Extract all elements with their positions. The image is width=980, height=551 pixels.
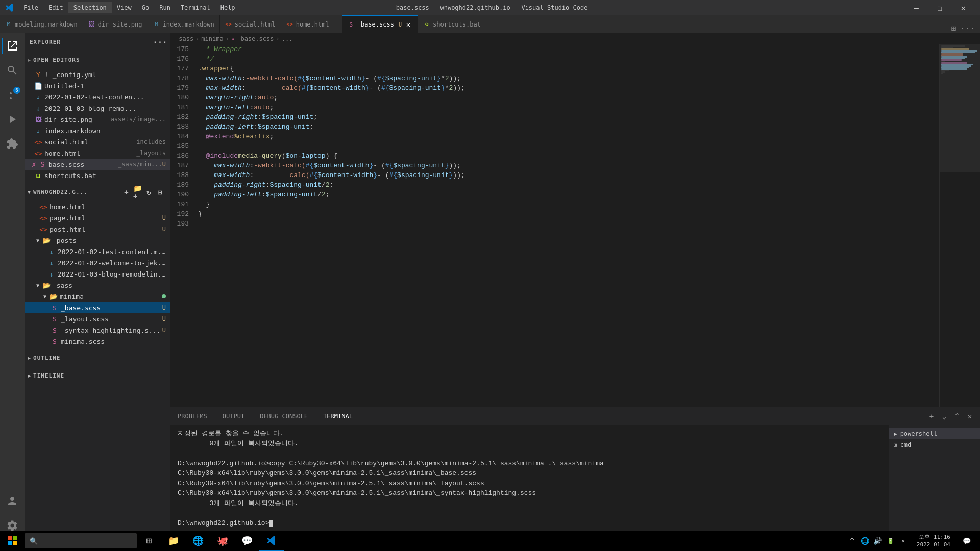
- start-button[interactable]: [0, 531, 24, 551]
- panel-cmd[interactable]: ⊞ cmd: [889, 439, 980, 450]
- activity-bar: 6: [0, 33, 24, 540]
- folder-sass[interactable]: ▼ 📂 _sass: [24, 280, 170, 291]
- panel-tab-output[interactable]: OUTPUT: [215, 408, 252, 425]
- panel-powershell[interactable]: ▶ powershell: [889, 428, 980, 439]
- taskbar-kakao[interactable]: 💬: [235, 531, 259, 551]
- tab-base-scss[interactable]: S _base.scss U ✕: [342, 15, 418, 33]
- workspace-header[interactable]: ▼ WNWOGHD22.G... + 📁+ ↻ ⊟: [24, 183, 170, 201]
- more-actions-button[interactable]: ···: [960, 23, 975, 33]
- breadcrumb-sass[interactable]: _sass: [175, 35, 193, 42]
- file-test-content[interactable]: ↓ 2022-01-02-test-content.m...: [24, 246, 170, 257]
- tab-modeling[interactable]: M modeling.markdown: [0, 15, 83, 33]
- taskbar-explorer[interactable]: 📁: [161, 531, 186, 551]
- open-editor-dir-site-label: dir_site.png: [44, 116, 108, 123]
- folder-sass-arrow: ▼: [34, 283, 42, 288]
- extensions-activity[interactable]: [2, 134, 22, 154]
- outline-label: OUTLINE: [33, 355, 60, 361]
- file-minima-scss[interactable]: S minima.scss: [24, 336, 170, 347]
- open-editor-index-label: index.markdown: [44, 127, 166, 135]
- menu-help[interactable]: Help: [215, 2, 240, 13]
- menu-edit[interactable]: Edit: [43, 2, 68, 13]
- explorer-header[interactable]: EXPLORER ···: [24, 33, 170, 51]
- open-editor-home[interactable]: <> home.html _layouts: [24, 147, 170, 159]
- menu-run[interactable]: Run: [154, 2, 176, 13]
- file-post-html[interactable]: <> post.html U: [24, 223, 170, 235]
- menu-go[interactable]: Go: [137, 2, 154, 13]
- menu-view[interactable]: View: [112, 2, 137, 13]
- breadcrumb-more[interactable]: ...: [282, 35, 293, 42]
- tray-unknown1[interactable]: ✕: [898, 536, 909, 546]
- taskbar-search[interactable]: 🔍: [24, 533, 137, 548]
- breadcrumb-minima[interactable]: minima: [201, 35, 223, 42]
- open-editor-dir-site[interactable]: 🖼 dir_site.png assets/image...: [24, 114, 170, 125]
- tray-battery[interactable]: 🔋: [886, 536, 896, 546]
- refresh-button[interactable]: ↻: [144, 188, 154, 197]
- breadcrumb-base-scss[interactable]: _base.scss: [237, 35, 274, 42]
- system-clock[interactable]: 오후 11:16 2022-01-04: [913, 533, 954, 549]
- file-blog-remodeling[interactable]: ↓ 2022-01-03-blog-remodelin...: [24, 268, 170, 280]
- tray-volume[interactable]: 🔊: [873, 536, 883, 546]
- terminal-content[interactable]: 지정된 경로를 찾을 수 없습니다. 0개 파일이 복사되었습니다. D:\wn…: [170, 425, 888, 540]
- open-editor-untitled[interactable]: 📄 Untitled-1: [24, 80, 170, 91]
- menu-file[interactable]: File: [18, 2, 43, 13]
- file-syntax-highlighting[interactable]: S _syntax-highlighting.s... U: [24, 324, 170, 336]
- split-editor-button[interactable]: ⊞: [951, 23, 956, 33]
- panel-maximize[interactable]: ^: [952, 411, 962, 421]
- tab-dir-site[interactable]: 🖼 dir_site.png: [83, 15, 148, 33]
- panel-new-terminal[interactable]: +: [926, 411, 937, 421]
- file-page-html[interactable]: <> page.html U: [24, 212, 170, 223]
- tray-network[interactable]: 🌐: [860, 536, 870, 546]
- close-button[interactable]: ✕: [951, 0, 975, 15]
- tab-shortcuts[interactable]: ⚙ shortcuts.bat: [418, 15, 486, 33]
- tab-index[interactable]: M index.markdown: [148, 15, 220, 33]
- folder-minima[interactable]: ▼ 📂 minima: [24, 291, 170, 302]
- menu-terminal[interactable]: Terminal: [176, 2, 215, 13]
- open-editor-base-scss[interactable]: ✗ S _base.scss _sass/min... U: [24, 159, 170, 170]
- code-line-187: max-width: -webkit-calc(#{$content-width…: [198, 161, 939, 170]
- tab-social[interactable]: <> social.html: [220, 15, 281, 33]
- open-editor-shortcuts[interactable]: ⊞ shortcuts.bat: [24, 170, 170, 181]
- panel-split[interactable]: ⌄: [939, 411, 949, 421]
- file-welcome[interactable]: ↓ 2022-01-02-welcome-to-jek...: [24, 257, 170, 268]
- open-editor-2022-01-02[interactable]: ↓ 2022-01-02-test-conten...: [24, 91, 170, 103]
- new-file-button[interactable]: +: [122, 188, 131, 197]
- tray-up-arrow[interactable]: ^: [847, 536, 857, 546]
- tab-home[interactable]: <> home.html: [281, 15, 342, 33]
- code-content-area[interactable]: * Wrapper */ .wrapper { max-width: -webk…: [193, 44, 939, 407]
- taskbar-github[interactable]: 🐙: [210, 531, 235, 551]
- taskbar-vscode[interactable]: [259, 531, 284, 551]
- panel-tab-terminal[interactable]: TERMINAL: [315, 408, 360, 425]
- minimize-button[interactable]: —: [904, 0, 928, 15]
- more-explorer-button[interactable]: ···: [156, 38, 165, 47]
- explorer-activity[interactable]: [2, 36, 22, 56]
- file-base-scss[interactable]: S _base.scss U: [24, 302, 170, 313]
- search-activity[interactable]: [2, 60, 22, 81]
- open-editor-config[interactable]: Y ! _config.yml: [24, 69, 170, 80]
- open-editors-header[interactable]: ▶ OPEN EDITORS: [24, 51, 170, 69]
- folder-posts[interactable]: ▼ 📂 _posts: [24, 235, 170, 246]
- open-editor-2022-01-03[interactable]: ↓ 2022-01-03-blog-remo...: [24, 103, 170, 114]
- open-editor-index[interactable]: ↓ index.markdown: [24, 125, 170, 136]
- code-area[interactable]: 175 176 177 178 179 180 181 182 183 184 …: [170, 44, 939, 407]
- run-activity[interactable]: [2, 109, 22, 130]
- timeline-header[interactable]: ▶ TIMELINE: [24, 367, 170, 385]
- notification-area[interactable]: 💬: [959, 531, 975, 551]
- sass-label: _sass: [53, 282, 166, 289]
- new-folder-button[interactable]: 📁+: [133, 188, 142, 197]
- maximize-button[interactable]: ☐: [928, 0, 951, 15]
- accounts-activity[interactable]: [2, 491, 22, 511]
- source-control-activity[interactable]: 6: [2, 85, 22, 105]
- menu-selection[interactable]: Selection: [68, 2, 112, 13]
- taskbar-multiwindow[interactable]: ⊞: [137, 531, 161, 551]
- outline-header[interactable]: ▶ OUTLINE: [24, 349, 170, 367]
- file-home-html[interactable]: <> home.html: [24, 201, 170, 212]
- panel-tab-debug-console[interactable]: DEBUG CONSOLE: [252, 408, 315, 425]
- panel-tab-problems[interactable]: PROBLEMS: [170, 408, 215, 425]
- collapse-button[interactable]: ⊟: [156, 188, 165, 197]
- tab-close-button[interactable]: ✕: [404, 20, 412, 29]
- terminal-line-2: 0개 파일이 복사되었습니다.: [178, 439, 880, 449]
- file-layout-scss[interactable]: S _layout.scss U: [24, 313, 170, 324]
- open-editor-social[interactable]: <> social.html _includes: [24, 136, 170, 147]
- taskbar-chrome[interactable]: 🌐: [186, 531, 210, 551]
- panel-close[interactable]: ✕: [965, 411, 975, 421]
